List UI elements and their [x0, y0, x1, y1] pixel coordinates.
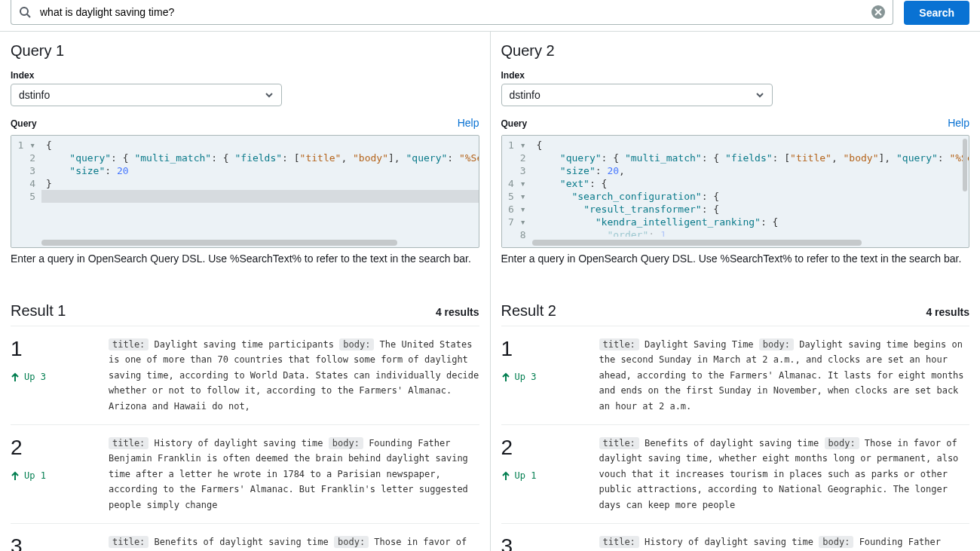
- result-panel: Result 1 4 results 1 Up 3 title: Dayligh…: [0, 275, 490, 551]
- result-body: title: Daylight saving time participants…: [109, 337, 479, 414]
- result-title: Result 2: [501, 302, 556, 320]
- query-editor[interactable]: 1 ▾2345 { "query": { "multi_match": { "f…: [11, 135, 479, 248]
- body-badge: body:: [339, 338, 374, 350]
- vertical-scrollbar[interactable]: [963, 139, 967, 191]
- rank-change-text: Up 1: [515, 470, 537, 481]
- query-hint: Enter a query in OpenSearch Query DSL. U…: [11, 253, 479, 265]
- title-badge: title:: [599, 338, 639, 350]
- rank-change-text: Up 3: [24, 372, 46, 382]
- result-rank: 1: [501, 337, 584, 361]
- top-bar: Search: [0, 0, 980, 31]
- result-rank: 1: [11, 337, 93, 361]
- index-label: Index: [11, 70, 479, 81]
- body-badge: body:: [759, 338, 794, 350]
- rank-change-text: Up 1: [24, 470, 46, 481]
- result-title: Result 1: [11, 302, 66, 320]
- rank-change: Up 3: [501, 372, 584, 382]
- close-icon: [874, 8, 882, 16]
- result-panel: Result 2 4 results 1 Up 3 title: Dayligh…: [490, 275, 981, 551]
- query-panel: Query 2 Index dstinfo Query Help 1 ▾234 …: [490, 32, 981, 275]
- arrow-up-icon: [11, 372, 20, 381]
- editor-code[interactable]: { "query": { "multi_match": { "fields": …: [532, 136, 969, 237]
- result-rank: 2: [501, 436, 584, 460]
- help-link[interactable]: Help: [458, 117, 479, 129]
- title-badge: title:: [599, 437, 639, 449]
- result-item: 3 Down 1 title: History of daylight savi…: [501, 523, 970, 551]
- result-body: title: History of daylight saving time b…: [599, 534, 970, 551]
- index-select[interactable]: dstinfo: [11, 84, 282, 106]
- result-body: title: Benefits of daylight saving time …: [599, 436, 970, 513]
- panel-title: Query 1: [11, 42, 479, 60]
- svg-line-1: [27, 14, 30, 17]
- panel-title: Query 2: [501, 42, 970, 60]
- help-link[interactable]: Help: [948, 117, 969, 129]
- body-badge: body:: [819, 536, 853, 548]
- search-icon: [19, 6, 31, 18]
- title-badge: title:: [109, 437, 149, 449]
- body-badge: body:: [825, 437, 859, 449]
- horizontal-scrollbar[interactable]: [41, 240, 476, 246]
- body-badge: body:: [334, 536, 369, 548]
- result-body: title: Daylight Saving Time body: Daylig…: [599, 337, 970, 414]
- result-panels: Result 1 4 results 1 Up 3 title: Dayligh…: [0, 275, 980, 551]
- result-item: 1 Up 3 title: Daylight saving time parti…: [11, 326, 479, 424]
- index-value: dstinfo: [19, 89, 50, 101]
- result-rank: 3: [501, 534, 584, 551]
- title-badge: title:: [109, 338, 149, 350]
- rank-change: Up 1: [501, 470, 584, 481]
- result-rank: 3: [11, 534, 93, 551]
- result-body: title: Benefits of daylight saving time …: [109, 534, 479, 551]
- query-label: Query: [501, 118, 528, 129]
- svg-point-0: [20, 8, 28, 15]
- editor-code[interactable]: { "query": { "multi_match": { "fields": …: [41, 136, 479, 237]
- title-badge: title:: [599, 536, 639, 548]
- index-value: dstinfo: [510, 89, 541, 101]
- title-badge: title:: [109, 536, 149, 548]
- chevron-down-icon: [265, 90, 274, 99]
- arrow-up-icon: [501, 372, 510, 381]
- result-item: 3 Down 1 title: Benefits of daylight sav…: [11, 523, 479, 551]
- editor-gutter: 1 ▾2345: [11, 136, 41, 247]
- query-panel: Query 1 Index dstinfo Query Help 1 ▾2345…: [0, 32, 490, 275]
- result-item: 2 Up 1 title: History of daylight saving…: [11, 424, 479, 523]
- index-select[interactable]: dstinfo: [501, 84, 773, 106]
- arrow-up-icon: [11, 471, 20, 480]
- result-count: 4 results: [436, 306, 479, 318]
- result-item: 2 Up 1 title: Benefits of daylight savin…: [501, 424, 970, 523]
- result-item: 1 Up 3 title: Daylight Saving Time body:…: [501, 326, 970, 424]
- editor-gutter: 1 ▾234 ▾5 ▾6 ▾7 ▾8: [502, 136, 532, 247]
- result-rank: 2: [11, 436, 93, 460]
- body-badge: body:: [329, 437, 363, 449]
- query-panels: Query 1 Index dstinfo Query Help 1 ▾2345…: [0, 32, 980, 275]
- search-input[interactable]: [37, 3, 871, 21]
- rank-change-text: Up 3: [515, 372, 537, 382]
- result-count: 4 results: [926, 306, 969, 318]
- index-label: Index: [501, 70, 970, 81]
- rank-change: Up 3: [11, 372, 93, 382]
- clear-search-button[interactable]: [871, 5, 885, 19]
- horizontal-scrollbar[interactable]: [532, 240, 966, 246]
- result-body: title: History of daylight saving time b…: [109, 436, 479, 513]
- rank-change: Up 1: [11, 470, 93, 481]
- query-hint: Enter a query in OpenSearch Query DSL. U…: [501, 253, 970, 265]
- query-label: Query: [11, 118, 37, 129]
- query-editor[interactable]: 1 ▾234 ▾5 ▾6 ▾7 ▾8 { "query": { "multi_m…: [501, 135, 970, 248]
- chevron-down-icon: [755, 90, 764, 99]
- search-button[interactable]: Search: [904, 1, 969, 25]
- search-field-wrap[interactable]: [11, 0, 893, 25]
- arrow-up-icon: [501, 471, 510, 480]
